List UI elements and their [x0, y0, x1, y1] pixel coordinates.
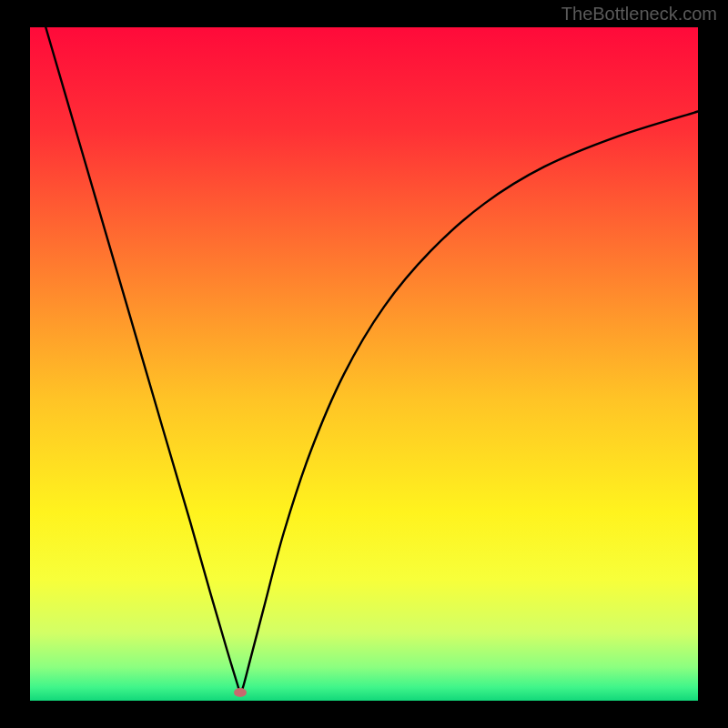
- plot-area: [30, 27, 698, 701]
- bottleneck-curve: [30, 27, 698, 701]
- watermark-text: TheBottleneck.com: [561, 4, 717, 25]
- svg-rect-2: [698, 0, 728, 728]
- chart-container: TheBottleneck.com: [0, 0, 728, 728]
- svg-rect-4: [0, 701, 728, 728]
- optimum-marker: [234, 688, 247, 697]
- svg-rect-1: [0, 0, 30, 728]
